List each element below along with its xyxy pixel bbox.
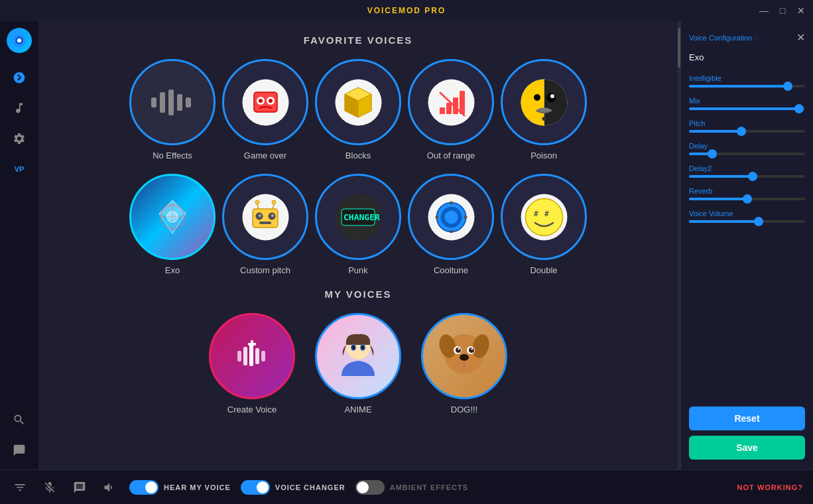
slider-track-voice-volume[interactable]: [689, 220, 805, 223]
slider-track-mix[interactable]: [689, 107, 805, 110]
voice-item-blocks[interactable]: Blocks: [318, 59, 398, 160]
sidebar-item-voice-changer[interactable]: [7, 65, 32, 90]
bottombar: HEAR MY VOICE VOICE CHANGER AMBIENT EFFE…: [0, 470, 813, 504]
voice-item-game-over[interactable]: Game over: [225, 59, 305, 160]
svg-point-55: [450, 229, 453, 233]
voice-label-custom-pitch: Custom pitch: [240, 265, 290, 275]
svg-point-12: [259, 99, 263, 103]
ambient-effects-label: AMBIENT EFFECTS: [390, 483, 468, 491]
ambient-effects-toggle[interactable]: [355, 480, 385, 495]
voice-item-cooltune[interactable]: Cooltune: [411, 174, 491, 275]
favorite-voices-title: FAVORITE VOICES: [58, 34, 658, 46]
slider-thumb-voice-volume[interactable]: [754, 217, 763, 226]
svg-rect-20: [440, 107, 445, 114]
voice-changer-toggle[interactable]: [241, 480, 270, 495]
slider-track-intelligible[interactable]: [689, 85, 805, 88]
my-voices-grid: Create Voice: [58, 313, 658, 414]
my-voice-label-create: Create Voice: [227, 405, 277, 414]
sidebar-item-chat[interactable]: [7, 438, 32, 463]
svg-text:CHANGER: CHANGER: [344, 212, 380, 222]
svg-point-73: [361, 346, 365, 350]
sound-icon[interactable]: [99, 477, 119, 497]
hear-my-voice-label: HEAR MY VOICE: [164, 483, 231, 491]
slider-track-reverb[interactable]: [689, 198, 805, 200]
slider-thumb-mix[interactable]: [794, 104, 804, 113]
slider-track-pitch[interactable]: [689, 130, 805, 133]
svg-point-54: [450, 201, 453, 204]
slider-fill-intelligible: [689, 85, 788, 88]
slider-track-delay[interactable]: [689, 153, 805, 155]
svg-point-84: [460, 354, 469, 361]
minimize-button[interactable]: —: [757, 4, 771, 17]
svg-point-56: [435, 216, 438, 219]
svg-rect-68: [248, 343, 256, 346]
content-area: FAVORITE VOICES No Effects: [38, 21, 678, 470]
slider-track-delay2[interactable]: [689, 175, 805, 178]
voice-item-custom-pitch[interactable]: Custom pitch: [225, 174, 305, 275]
hear-my-voice-thumb: [145, 481, 157, 493]
svg-point-82: [458, 348, 460, 350]
svg-point-29: [542, 117, 546, 121]
slider-delay2: Delay2: [689, 164, 805, 178]
slider-fill-reverb: [689, 198, 747, 200]
voice-label-out-of-range: Out of range: [427, 151, 475, 160]
close-button[interactable]: ✕: [794, 4, 808, 17]
hear-my-voice-toggle[interactable]: [129, 480, 158, 495]
voice-label-punk: Punk: [348, 265, 368, 275]
sidebar-item-settings[interactable]: [7, 126, 32, 151]
voice-item-punk[interactable]: CHANGER Punk: [318, 174, 398, 275]
voice-item-exo[interactable]: Exo: [133, 174, 212, 275]
mute-icon[interactable]: [40, 477, 60, 497]
voice-label-cooltune: Cooltune: [434, 265, 468, 275]
my-voices-title: MY VOICES: [58, 288, 658, 300]
sidebar: VP: [0, 21, 38, 470]
voice-changer-thumb: [257, 481, 269, 493]
slider-thumb-delay[interactable]: [708, 149, 717, 158]
slider-thumb-pitch[interactable]: [737, 127, 746, 136]
voice-item-no-effects[interactable]: No Effects: [133, 59, 212, 160]
equalizer-icon[interactable]: [10, 477, 30, 497]
svg-rect-42: [259, 221, 271, 224]
voice-item-double[interactable]: # # Double: [504, 174, 584, 275]
voice-label-poison: Poison: [531, 151, 557, 160]
sidebar-item-search[interactable]: [7, 407, 32, 432]
hear-my-voice-group: HEAR MY VOICE: [129, 480, 231, 495]
maximize-button[interactable]: □: [776, 4, 789, 17]
svg-point-26: [534, 94, 540, 101]
slider-thumb-delay2[interactable]: [748, 172, 757, 181]
slider-thumb-reverb[interactable]: [743, 194, 752, 204]
voice-changer-label: VOICE CHANGER: [275, 483, 345, 491]
slider-thumb-intelligible[interactable]: [783, 82, 792, 91]
sidebar-item-music[interactable]: [7, 95, 32, 121]
svg-point-28: [550, 94, 554, 98]
svg-rect-23: [460, 91, 465, 114]
ambient-effects-thumb: [357, 481, 369, 493]
chat-bubble-icon[interactable]: [70, 477, 90, 497]
main-layout: VP FAVORITE VOICES: [0, 21, 813, 470]
panel-config-value: Exo: [689, 52, 805, 62]
my-voice-item-dog[interactable]: DOG!!!: [421, 313, 507, 414]
sidebar-item-vp[interactable]: VP: [7, 157, 32, 182]
voice-circle-punk: CHANGER: [315, 174, 401, 260]
window-controls[interactable]: — □ ✕: [757, 4, 808, 17]
not-working-button[interactable]: NOT WORKING?: [737, 483, 803, 491]
my-voice-item-anime[interactable]: ANIME: [315, 313, 401, 414]
svg-rect-66: [261, 351, 265, 361]
favorite-voices-grid: No Effects Game over: [58, 59, 658, 160]
my-voice-label-dog: DOG!!!: [451, 405, 477, 414]
voice-item-out-of-range[interactable]: Out of range: [411, 59, 491, 160]
slider-fill-voice-volume: [689, 220, 759, 223]
slider-label-delay: Delay: [689, 142, 805, 150]
svg-rect-4: [160, 92, 165, 113]
slider-fill-pitch: [689, 130, 741, 133]
my-voice-item-create[interactable]: Create Voice: [209, 313, 295, 414]
svg-point-72: [352, 346, 355, 350]
save-button[interactable]: Save: [689, 436, 805, 460]
panel-close-button[interactable]: ✕: [796, 31, 805, 44]
voice-item-poison[interactable]: Poison: [504, 59, 584, 160]
my-voice-circle-anime: [315, 313, 401, 399]
reset-button[interactable]: Reset: [689, 407, 805, 430]
svg-point-74: [356, 351, 367, 358]
my-voice-circle-create: [209, 313, 295, 399]
panel-config-label: Voice Configuration :: [689, 34, 757, 42]
